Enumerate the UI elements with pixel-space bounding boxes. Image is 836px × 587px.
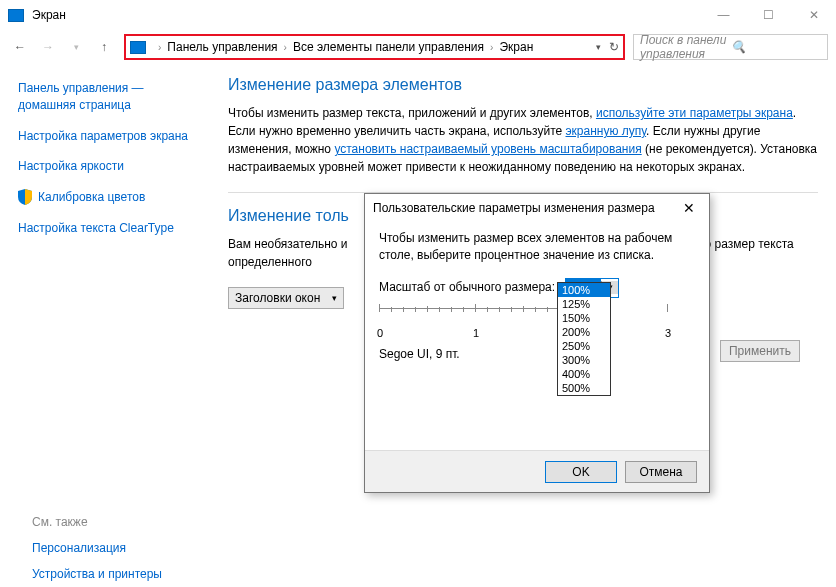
scale-option[interactable]: 125%	[558, 297, 610, 311]
chevron-right-icon: ›	[158, 42, 161, 53]
scale-option[interactable]: 500%	[558, 381, 610, 395]
ok-button[interactable]: OK	[545, 461, 617, 483]
scale-option[interactable]: 200%	[558, 325, 610, 339]
scale-option[interactable]: 100%	[558, 283, 610, 297]
display-icon	[130, 41, 146, 54]
breadcrumb-item[interactable]: Панель управления	[167, 40, 277, 54]
see-also-personalization[interactable]: Персонализация	[32, 541, 162, 555]
sidebar-item-brightness[interactable]: Настройка яркости	[18, 158, 198, 175]
chevron-right-icon: ›	[490, 42, 493, 53]
custom-scaling-dialog: Пользовательские параметры изменения раз…	[364, 193, 710, 493]
ruler-label: 0	[377, 326, 383, 341]
see-also-devices[interactable]: Устройства и принтеры	[32, 567, 162, 581]
text-item-combo[interactable]: Заголовки окон ▾	[228, 287, 344, 309]
scale-option[interactable]: 150%	[558, 311, 610, 325]
dialog-title: Пользовательские параметры изменения раз…	[373, 201, 655, 215]
page-title: Изменение размера элементов	[228, 76, 818, 94]
custom-scaling-link[interactable]: установить настраиваемый уровень масштаб…	[334, 142, 641, 156]
back-button[interactable]: ←	[8, 35, 32, 59]
font-sample: Segoe UI, 9 пт.	[379, 346, 695, 363]
recent-button[interactable]: ▾	[64, 35, 88, 59]
breadcrumb-item[interactable]: Все элементы панели управления	[293, 40, 484, 54]
window-title: Экран	[32, 8, 66, 22]
address-bar[interactable]: › Панель управления › Все элементы панел…	[124, 34, 625, 60]
apply-button[interactable]: Применить	[720, 340, 800, 362]
ruler-label: 1	[473, 326, 479, 341]
chevron-down-icon: ▾	[332, 293, 337, 303]
window-titlebar: Экран — ☐ ✕	[0, 0, 836, 30]
ruler-preview[interactable]: 0 1 3	[379, 304, 695, 344]
sidebar-item-display-settings[interactable]: Настройка параметров экрана	[18, 128, 198, 145]
magnifier-link[interactable]: экранную лупу	[566, 124, 647, 138]
sidebar: Панель управления — домашняя страница На…	[18, 74, 198, 309]
scale-option[interactable]: 300%	[558, 353, 610, 367]
shield-icon	[18, 189, 32, 205]
up-button[interactable]: ↑	[92, 35, 116, 59]
sidebar-item-calibrate[interactable]: Калибровка цветов	[38, 189, 145, 206]
intro-text: Чтобы изменить размер текста, приложений…	[228, 104, 818, 176]
minimize-button[interactable]: —	[701, 0, 746, 30]
see-also-header: См. также	[32, 515, 162, 529]
maximize-button[interactable]: ☐	[746, 0, 791, 30]
sidebar-item-cleartype[interactable]: Настройка текста ClearType	[18, 220, 198, 237]
combo-label: Заголовки окон	[235, 291, 320, 305]
navigation-bar: ← → ▾ ↑ › Панель управления › Все элемен…	[0, 30, 836, 64]
ruler-label: 3	[665, 326, 671, 341]
chevron-down-icon[interactable]: ▾	[596, 42, 601, 52]
search-placeholder: Поиск в панели управления	[640, 33, 731, 61]
close-button[interactable]: ✕	[791, 0, 836, 30]
forward-button[interactable]: →	[36, 35, 60, 59]
display-icon	[8, 9, 24, 22]
search-input[interactable]: Поиск в панели управления 🔍	[633, 34, 828, 60]
search-icon[interactable]: 🔍	[731, 40, 822, 54]
chevron-right-icon: ›	[284, 42, 287, 53]
scale-dropdown-list[interactable]: 100% 125% 150% 200% 250% 300% 400% 500%	[557, 282, 611, 396]
see-also-section: См. также Персонализация Устройства и пр…	[32, 515, 162, 581]
dialog-close-button[interactable]: ✕	[677, 196, 701, 220]
display-settings-link[interactable]: используйте эти параметры экрана	[596, 106, 793, 120]
control-panel-home-link[interactable]: Панель управления — домашняя страница	[18, 80, 198, 114]
breadcrumb-item[interactable]: Экран	[499, 40, 533, 54]
cancel-button[interactable]: Отмена	[625, 461, 697, 483]
dialog-instruction: Чтобы изменить размер всех элементов на …	[379, 230, 695, 264]
refresh-button[interactable]: ↻	[609, 40, 619, 54]
scale-option[interactable]: 400%	[558, 367, 610, 381]
scale-label: Масштаб от обычного размера:	[379, 279, 555, 296]
scale-option[interactable]: 250%	[558, 339, 610, 353]
